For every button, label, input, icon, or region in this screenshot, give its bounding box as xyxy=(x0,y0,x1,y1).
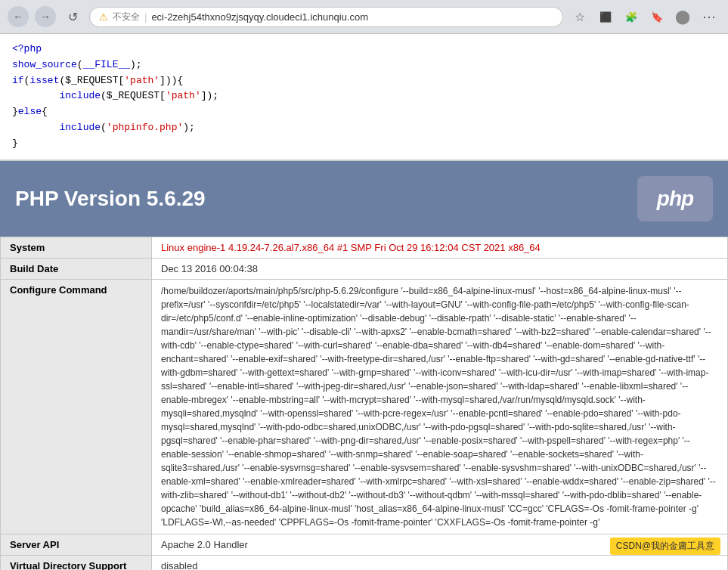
table-row: Build Date Dec 13 2016 00:04:38 xyxy=(1,258,728,279)
code-section: <?php show_source(__FILE__); if(isset($_… xyxy=(0,34,728,161)
menu-button[interactable]: ⋯ xyxy=(698,6,720,27)
row-label-system: System xyxy=(1,237,152,258)
php-version-title: PHP Version 5.6.29 xyxy=(15,187,206,211)
phpinfo-header: PHP Version 5.6.29 php xyxy=(0,161,728,237)
row-label-vds: Virtual Directory Support xyxy=(1,555,152,570)
row-label-builddate: Build Date xyxy=(1,258,152,279)
code-line-1: <?php xyxy=(12,42,716,57)
code-line-5: }else{ xyxy=(12,104,716,120)
page-content: <?php show_source(__FILE__); if(isset($_… xyxy=(0,34,728,570)
insecure-label: 不安全 xyxy=(113,11,140,23)
profile-button[interactable]: ⬤ xyxy=(672,6,693,27)
code-line-4: include($_REQUEST['path']); xyxy=(12,88,716,104)
address-actions: ☆ ⬛ 🧩 🔖 ⬤ ⋯ xyxy=(569,6,720,27)
row-value-builddate: Dec 13 2016 00:04:38 xyxy=(152,258,728,279)
extensions-button[interactable]: 🧩 xyxy=(621,6,642,27)
table-row: Configure Command /home/buildozer/aports… xyxy=(1,279,728,534)
warning-icon: ⚠ xyxy=(99,11,108,23)
row-value-configure: /home/buildozer/aports/main/php5/src/php… xyxy=(152,279,728,534)
code-line-3: if(isset($_REQUEST['path'])){ xyxy=(12,73,716,89)
table-row: System Linux engine-1 4.19.24-7.26.al7.x… xyxy=(1,237,728,258)
reload-button[interactable]: ↺ xyxy=(62,6,83,27)
forward-button[interactable]: → xyxy=(35,6,56,27)
url-text: eci-2zehj54thxno9zjsqyqy.cloudeci1.ichun… xyxy=(151,11,368,23)
info-table: System Linux engine-1 4.19.24-7.26.al7.x… xyxy=(0,237,728,570)
separator: | xyxy=(144,11,147,23)
php-logo-text: php xyxy=(657,187,693,211)
row-value-vds: disabled xyxy=(152,555,728,570)
code-line-2: show_source(__FILE__); xyxy=(12,57,716,73)
row-label-configure: Configure Command xyxy=(1,279,152,534)
browser-chrome: ← → ↺ ⚠ 不安全 | eci-2zehj54thxno9zjsqyqy.c… xyxy=(0,0,728,34)
cast-button[interactable]: ⬛ xyxy=(595,6,616,27)
star-button[interactable]: ☆ xyxy=(569,6,590,27)
code-line-6: include('phpinfo.php'); xyxy=(12,120,716,136)
bookmark-button[interactable]: 🔖 xyxy=(646,6,668,27)
watermark: CSDN@我的金庸工具意 xyxy=(610,537,720,555)
row-value-system: Linux engine-1 4.19.24-7.26.al7.x86_64 #… xyxy=(152,237,728,258)
row-label-serverapi: Server API xyxy=(1,534,152,555)
address-bar[interactable]: ⚠ 不安全 | eci-2zehj54thxno9zjsqyqy.cloudec… xyxy=(89,7,563,27)
code-line-7: } xyxy=(12,136,716,152)
back-button[interactable]: ← xyxy=(8,6,29,27)
php-logo: php xyxy=(637,176,713,221)
table-row: Virtual Directory Support disabled xyxy=(1,555,728,570)
